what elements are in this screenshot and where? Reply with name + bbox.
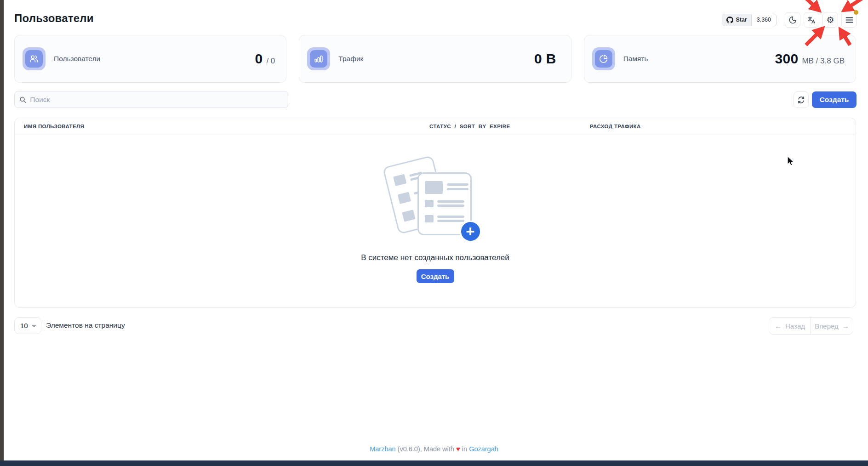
next-page-label: Вперед	[815, 322, 839, 330]
pie-chart-icon	[599, 54, 609, 64]
menu-button[interactable]	[841, 12, 857, 28]
users-icon	[29, 54, 39, 64]
table-header-row: ИМЯ ПОЛЬЗОВАТЕЛЯ СТАТУС / SORT BY EXPIRE…	[15, 118, 856, 135]
refresh-button[interactable]	[794, 91, 809, 108]
notification-dot	[854, 10, 858, 15]
gear-icon: ⚙	[826, 16, 834, 24]
footer-version-text: (v0.6.0), Made with	[398, 445, 454, 453]
users-icon-tile	[23, 47, 46, 70]
heart-icon: ♥	[456, 445, 460, 453]
dark-mode-button[interactable]	[785, 12, 800, 28]
window-left-edge	[0, 0, 4, 466]
menu-icon	[845, 17, 853, 23]
window-bottom-bar	[0, 460, 868, 466]
empty-state: + В системе нет созданных пользователей …	[15, 159, 856, 283]
github-icon	[726, 17, 733, 23]
search-icon	[19, 96, 26, 103]
page-size-value: 10	[20, 322, 28, 330]
right-arrow-icon: →	[842, 322, 849, 330]
stat-label: Пользователи	[54, 55, 100, 63]
bar-chart-icon	[314, 54, 324, 64]
stat-value: 0 B	[534, 51, 556, 67]
stat-card-users: Пользователи 0/ 0	[14, 35, 286, 83]
search-box[interactable]	[14, 91, 288, 108]
memory-icon-tile	[592, 47, 615, 70]
github-star-count[interactable]: 3,360	[752, 14, 776, 26]
users-table: ИМЯ ПОЛЬЗОВАТЕЛЯ СТАТУС / SORT BY EXPIRE…	[14, 118, 856, 308]
arrow-top-right	[851, 0, 865, 6]
page-size-select[interactable]: 10	[14, 317, 41, 334]
create-user-button[interactable]: Создать	[812, 91, 857, 108]
page-title: Пользователи	[14, 12, 94, 25]
github-star-button[interactable]: Star	[722, 14, 751, 26]
moon-icon	[788, 16, 797, 24]
stat-card-traffic: Трафик 0 B	[299, 35, 571, 83]
translate-icon	[807, 16, 816, 24]
footer: Marzban (v0.6.0), Made with ♥ in Gozarga…	[0, 445, 868, 453]
next-page-button[interactable]: Вперед →	[811, 318, 853, 334]
footer-in-text: in	[462, 445, 467, 453]
language-button[interactable]	[804, 12, 819, 28]
search-input[interactable]	[30, 96, 283, 104]
settings-button[interactable]: ⚙	[822, 12, 838, 28]
column-header-traffic[interactable]: РАСХОД ТРАФИКА	[590, 124, 641, 129]
traffic-icon-tile	[307, 47, 330, 70]
column-header-status-sort[interactable]: СТАТУС / SORT BY EXPIRE	[429, 124, 510, 129]
gozargah-link[interactable]: Gozargah	[469, 445, 498, 453]
per-page-label: Элементов на страницу	[46, 321, 125, 330]
empty-state-message: В системе нет созданных пользователей	[361, 253, 509, 262]
github-star-label: Star	[736, 17, 747, 23]
header-controls: Star 3,360 ⚙	[722, 12, 857, 28]
chevron-down-icon	[31, 323, 37, 329]
marzban-link[interactable]: Marzban	[370, 445, 395, 453]
stat-label: Память	[623, 55, 648, 63]
stat-card-memory: Память 300MB / 3.8 GB	[584, 35, 856, 83]
pagination-nav: ← Назад Вперед →	[769, 317, 853, 335]
stat-label: Трафик	[338, 55, 363, 63]
column-header-username[interactable]: ИМЯ ПОЛЬЗОВАТЕЛЯ	[24, 124, 84, 129]
github-star-widget[interactable]: Star 3,360	[722, 14, 777, 26]
left-arrow-icon: ←	[775, 322, 782, 330]
stat-suffix: MB / 3.8 GB	[802, 57, 845, 66]
arrow-top-left	[801, 0, 813, 5]
prev-page-button[interactable]: ← Назад	[769, 318, 811, 334]
empty-documents-illustration: +	[383, 159, 488, 242]
stat-value: 0	[255, 51, 263, 67]
stat-value: 300	[775, 51, 798, 67]
stat-suffix: / 0	[266, 57, 275, 66]
add-user-plus-icon[interactable]: +	[460, 221, 481, 242]
refresh-icon	[797, 96, 805, 104]
prev-page-label: Назад	[785, 322, 805, 330]
stats-row: Пользователи 0/ 0 Трафик 0 B Память 300M…	[14, 35, 856, 83]
empty-state-create-button[interactable]: Создать	[417, 269, 454, 283]
